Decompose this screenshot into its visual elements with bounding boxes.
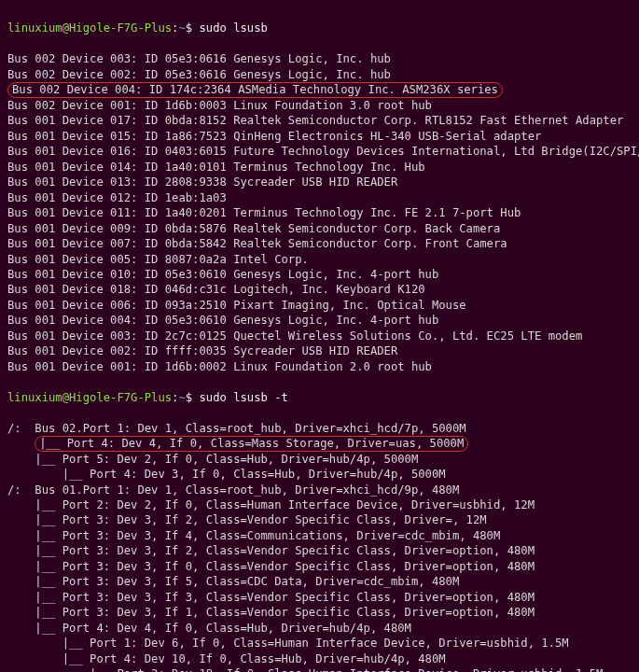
prompt-line-2: linuxium@Higole-F7G-Plus:~$ sudo lsusb -… xyxy=(7,390,632,405)
lsusb-line: Bus 001 Device 001: ID 1d6b:0002 Linux F… xyxy=(7,359,632,374)
lsusb-line: Bus 001 Device 003: ID 2c7c:0125 Quectel… xyxy=(7,329,632,343)
prompt-line-1: linuxium@Higole-F7G-Plus:~$ sudo lsusb xyxy=(7,21,632,35)
tree-line: |__ Port 3: Dev 3, If 2, Class=Vendor Sp… xyxy=(7,512,632,527)
lsusb-output: Bus 002 Device 003: ID 05e3:0616 Genesys… xyxy=(7,51,632,374)
lsusb-line: Bus 002 Device 003: ID 05e3:0616 Genesys… xyxy=(7,51,632,66)
tree-line: |__ Port 4: Dev 4, If 0, Class=Hub, Driv… xyxy=(7,621,632,636)
tree-line: |__ Port 3: Dev 3, If 0, Class=Vendor Sp… xyxy=(7,559,632,574)
lsusb-line: Bus 001 Device 006: ID 093a:2510 Pixart … xyxy=(7,298,632,313)
tree-line: |__ Port 3: Dev 3, If 3, Class=Vendor Sp… xyxy=(7,590,632,605)
command-2: sudo lsusb -t xyxy=(199,391,287,404)
tree-line: |__ Port 3: Dev 3, If 5, Class=CDC Data,… xyxy=(7,574,632,589)
lsusb-line: Bus 002 Device 004: ID 174c:2364 ASMedia… xyxy=(7,82,632,97)
lsusb-line: Bus 001 Device 002: ID ffff:0035 Sycread… xyxy=(7,343,632,358)
highlight-usb-device: Bus 002 Device 004: ID 174c:2364 ASMedia… xyxy=(7,82,503,98)
lsusb-line: Bus 001 Device 017: ID 0bda:8152 Realtek… xyxy=(7,113,632,128)
tree-line: |__ Port 2: Dev 18, If 0, Class=Human In… xyxy=(7,666,632,672)
lsusb-line: Bus 002 Device 002: ID 05e3:0616 Genesys… xyxy=(7,67,632,82)
lsusb-line: Bus 001 Device 015: ID 1a86:7523 QinHeng… xyxy=(7,129,632,144)
tree-line: /: Bus 02.Port 1: Dev 1, Class=root_hub,… xyxy=(7,421,632,436)
command-1: sudo lsusb xyxy=(199,21,267,35)
highlight-tree-device: |__ Port 4: Dev 4, If 0, Class=Mass Stor… xyxy=(35,436,468,452)
tree-line: |__ Port 3: Dev 3, If 1, Class=Vendor Sp… xyxy=(7,605,632,620)
tree-line: |__ Port 4: Dev 3, If 0, Class=Hub, Driv… xyxy=(7,467,632,482)
terminal-window[interactable]: linuxium@Higole-F7G-Plus:~$ sudo lsusb B… xyxy=(0,0,639,672)
lsusb-line: Bus 001 Device 016: ID 0403:6015 Future … xyxy=(7,144,632,159)
tree-line: |__ Port 3: Dev 3, If 2, Class=Vendor Sp… xyxy=(7,543,632,558)
lsusb-line: Bus 001 Device 007: ID 0bda:5842 Realtek… xyxy=(7,236,632,251)
tree-line: |__ Port 4: Dev 10, If 0, Class=Hub, Dri… xyxy=(7,651,632,666)
lsusb-line: Bus 001 Device 004: ID 05e3:0610 Genesys… xyxy=(7,313,632,328)
lsusb-line: Bus 002 Device 001: ID 1d6b:0003 Linux F… xyxy=(7,98,632,113)
tree-line: |__ Port 1: Dev 6, If 0, Class=Human Int… xyxy=(7,636,632,651)
lsusb-line: Bus 001 Device 010: ID 05e3:0610 Genesys… xyxy=(7,267,632,282)
lsusb-line: Bus 001 Device 005: ID 8087:0a2a Intel C… xyxy=(7,252,632,267)
lsusb-line: Bus 001 Device 009: ID 0bda:5876 Realtek… xyxy=(7,221,632,236)
prompt-user: linuxium@Higole-F7G-Plus xyxy=(7,21,172,35)
lsusb-line: Bus 001 Device 011: ID 1a40:0201 Terminu… xyxy=(7,205,632,220)
tree-line: |__ Port 3: Dev 3, If 4, Class=Communica… xyxy=(7,528,632,543)
tree-line: /: Bus 01.Port 1: Dev 1, Class=root_hub,… xyxy=(7,483,632,497)
lsusb-line: Bus 001 Device 014: ID 1a40:0101 Terminu… xyxy=(7,160,632,175)
tree-line: |__ Port 4: Dev 4, If 0, Class=Mass Stor… xyxy=(7,436,632,451)
tree-line: |__ Port 5: Dev 2, If 0, Class=Hub, Driv… xyxy=(7,452,632,467)
lsusb-line: Bus 001 Device 018: ID 046d:c31c Logitec… xyxy=(7,282,632,297)
lsusb-tree-output: /: Bus 02.Port 1: Dev 1, Class=root_hub,… xyxy=(7,421,632,672)
prompt-cwd: ~ xyxy=(178,21,185,35)
lsusb-line: Bus 001 Device 013: ID 2808:9338 Sycread… xyxy=(7,175,632,189)
tree-line: |__ Port 2: Dev 2, If 0, Class=Human Int… xyxy=(7,497,632,512)
lsusb-line: Bus 001 Device 012: ID 1eab:1a03 xyxy=(7,190,632,205)
